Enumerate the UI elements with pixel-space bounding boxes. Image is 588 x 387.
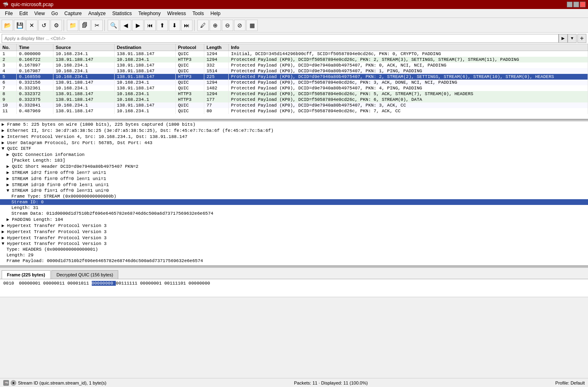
- status-right-text: Profile: Default: [555, 380, 585, 385]
- menu-analyze[interactable]: Analyze: [85, 10, 109, 17]
- toolbar: 📂 💾 ✕ ↺ ⚙ 📁 🗐 ✂ 🔍 ◀ ▶ ⏮ ⬆ ⬇ ⏭ 🖊 ⊕ ⊖ ⊘ ▦: [0, 18, 588, 33]
- menu-go[interactable]: Go: [48, 10, 61, 17]
- hex-byte-2: 00001011: [67, 281, 91, 286]
- col-destination: Destination: [114, 44, 175, 51]
- detail-line-stream-6[interactable]: ▶ STREAM id=6 fin=0 off=0 len=1 uni=1: [0, 176, 588, 182]
- filter-apply-button[interactable]: ▶: [559, 34, 568, 43]
- hex-byte-0: 00000001: [19, 281, 43, 286]
- table-row[interactable]: 20.166722138.91.188.14710.168.234.1HTTP3…: [0, 57, 588, 62]
- table-row[interactable]: 30.16789710.168.234.1138.91.188.147QUIC3…: [0, 62, 588, 68]
- col-source: Source: [53, 44, 114, 51]
- col-protocol: Protocol: [175, 44, 204, 51]
- menu-wireless[interactable]: Wireless: [164, 10, 189, 17]
- detail-line-http3-type[interactable]: Type: HEADERS (0x0000000000000001): [0, 247, 588, 252]
- detail-line-stream-0-id[interactable]: Stream ID: 0: [0, 199, 588, 205]
- detail-line-http3-2[interactable]: ▶ Hypertext Transfer Protocol Version 3: [0, 229, 588, 235]
- detail-line-quic-short-hdr[interactable]: ▶ QUIC Short Header DCID=d9e7940a80b4975…: [0, 163, 588, 169]
- resize-cols-button[interactable]: ▦: [246, 20, 258, 31]
- colorize-button[interactable]: 🖊: [197, 20, 209, 31]
- reload-button[interactable]: ↺: [38, 20, 50, 31]
- col-time: Time: [16, 44, 53, 51]
- menu-file[interactable]: File: [2, 10, 16, 17]
- capture-options-button[interactable]: ⚙: [51, 20, 62, 31]
- detail-line-http3-3[interactable]: ▶ Hypertext Transfer Protocol Version 3: [0, 235, 588, 241]
- go-to-first-button[interactable]: ⏮: [144, 20, 156, 31]
- go-to-prev-button[interactable]: ⬆: [157, 20, 168, 31]
- menu-telephony[interactable]: Telephony: [135, 10, 164, 17]
- start-capture-button[interactable]: 📁: [67, 20, 78, 31]
- detail-line-ethernet[interactable]: ▶ Ethernet II, Src: 3e:d7:a5:38:5c:25 (3…: [0, 127, 588, 133]
- menu-help[interactable]: Help: [207, 10, 224, 17]
- hex-byte-3: 00000000: [92, 281, 116, 286]
- detail-line-padding[interactable]: ▶ PADDING Length: 104: [0, 216, 588, 222]
- detail-line-stream-0[interactable]: ▼ STREAM id=0 fin=1 off=0 len=31 uni=0: [0, 188, 588, 194]
- status-bar: 🦈 ● Stream ID (quic.stream.stream_id), 1…: [0, 378, 588, 387]
- table-row[interactable]: 100.33284110.168.234.1138.91.188.147QUIC…: [0, 102, 588, 108]
- restart-capture-button[interactable]: ✂: [91, 20, 103, 31]
- table-row[interactable]: 50.16855010.168.234.1138.91.188.147HTTP3…: [0, 74, 588, 80]
- maximize-button[interactable]: [573, 2, 579, 7]
- menu-bar: File Edit View Go Capture Analyze Statis…: [0, 9, 588, 18]
- menu-edit[interactable]: Edit: [16, 10, 31, 17]
- menu-statistics[interactable]: Statistics: [109, 10, 135, 17]
- detail-line-udp[interactable]: ▶ User Datagram Protocol, Src Port: 5678…: [0, 140, 588, 146]
- go-to-next-button[interactable]: ⬇: [169, 20, 180, 31]
- table-row[interactable]: 80.332372138.91.188.14710.168.234.1HTTP3…: [0, 91, 588, 97]
- filter-add-button[interactable]: +: [577, 34, 586, 43]
- detail-line-stream-2[interactable]: ▶ STREAM id=2 fin=0 off=0 len=7 uni=1: [0, 169, 588, 176]
- title-bar-title: quic-microsoft.pcap: [11, 2, 53, 7]
- go-to-last-button[interactable]: ⏭: [181, 20, 192, 31]
- table-row[interactable]: 40.16798710.168.234.1138.91.188.147QUIC1…: [0, 68, 588, 74]
- close-button[interactable]: [580, 2, 586, 7]
- menu-capture[interactable]: Capture: [61, 10, 85, 17]
- window-controls: [567, 2, 586, 7]
- tab-decrypted[interactable]: Decrypted QUIC (156 bytes): [51, 270, 119, 279]
- hex-byte-7: 00000000: [188, 281, 210, 286]
- display-filter-input[interactable]: [2, 34, 559, 43]
- go-forward-button[interactable]: ▶: [132, 20, 144, 31]
- zoom-out-button[interactable]: ⊖: [222, 20, 233, 31]
- close-file-button[interactable]: ✕: [26, 20, 38, 31]
- table-row[interactable]: 60.332156138.91.188.14710.168.234.1QUIC1…: [0, 80, 588, 85]
- zoom-reset-button[interactable]: ⊘: [234, 20, 245, 31]
- menu-view[interactable]: View: [31, 10, 48, 17]
- table-row[interactable]: 10.00000010.168.234.1138.91.188.147QUIC1…: [0, 51, 588, 57]
- tab-bar: Frame (225 bytes) Decrypted QUIC (156 by…: [0, 268, 588, 279]
- save-file-button[interactable]: 💾: [14, 20, 25, 31]
- packet-detail: ▶ Frame 5: 225 bytes on wire (1800 bits)…: [0, 121, 588, 266]
- detail-line-http3-length[interactable]: Length: 29: [0, 252, 588, 258]
- detail-line-stream-10[interactable]: ▶ STREAM id=10 fin=0 off=0 len=1 uni=1: [0, 182, 588, 188]
- hex-byte-4: 00111111: [116, 281, 140, 286]
- table-row[interactable]: 90.332375138.91.188.14710.168.234.1HTTP3…: [0, 97, 588, 102]
- go-back-button[interactable]: ◀: [120, 20, 131, 31]
- detail-line-quic-conn-info[interactable]: ▶ QUIC Connection information: [0, 151, 588, 158]
- col-no: No.: [0, 44, 16, 51]
- detail-line-http3-payload[interactable]: Frame Payload: 0000d1d7510b2f696e6465782…: [0, 258, 588, 264]
- menu-tools[interactable]: Tools: [189, 10, 207, 17]
- find-packet-button[interactable]: 🔍: [108, 20, 119, 31]
- toolbar-separator-3: [194, 20, 196, 31]
- detail-line-quic[interactable]: ▼ QUIC IETF: [0, 146, 588, 151]
- status-icons: 🦈 ● Stream ID (quic.stream.stream_id), 1…: [3, 380, 106, 386]
- filter-dropdown-button[interactable]: ▼: [568, 34, 577, 43]
- filter-bar: ▶ ▼ +: [0, 33, 588, 44]
- hex-dump: 0010 00000001 00000011 00001011 00000000…: [0, 279, 588, 297]
- detail-line-http3-4[interactable]: ▼ Hypertext Transfer Protocol Version 3: [0, 241, 588, 247]
- open-file-button[interactable]: 📂: [2, 20, 13, 31]
- detail-line-frame[interactable]: ▶ Frame 5: 225 bytes on wire (1800 bits)…: [0, 121, 588, 127]
- detail-line-stream-0-len[interactable]: Length: 31: [0, 205, 588, 211]
- tab-frame[interactable]: Frame (225 bytes): [2, 270, 51, 279]
- table-row[interactable]: 110.487969138.91.188.14710.168.234.1QUIC…: [0, 108, 588, 114]
- status-shark-icon: 🦈: [3, 380, 9, 386]
- detail-line-stream-0-type[interactable]: Frame Type: STREAM (0x000000000000000b): [0, 194, 588, 199]
- minimize-button[interactable]: [567, 2, 573, 7]
- detail-line-quic-pkt-len[interactable]: [Packet Length: 183]: [0, 158, 588, 163]
- detail-line-http3-1[interactable]: ▶ Hypertext Transfer Protocol Version 3: [0, 222, 588, 229]
- table-row[interactable]: 70.33236110.168.234.1138.91.188.147QUIC1…: [0, 85, 588, 91]
- detail-line-stream-0-data[interactable]: Stream Data: 011d0000d1d7510b2f696e64657…: [0, 211, 588, 216]
- status-live-icon: ●: [11, 380, 16, 386]
- detail-line-ip[interactable]: ▶ Internet Protocol Version 4, Src: 10.1…: [0, 133, 588, 140]
- zoom-in-button[interactable]: ⊕: [210, 20, 221, 31]
- hex-offset: 0010: [3, 281, 14, 286]
- stop-capture-button[interactable]: 🗐: [79, 20, 91, 31]
